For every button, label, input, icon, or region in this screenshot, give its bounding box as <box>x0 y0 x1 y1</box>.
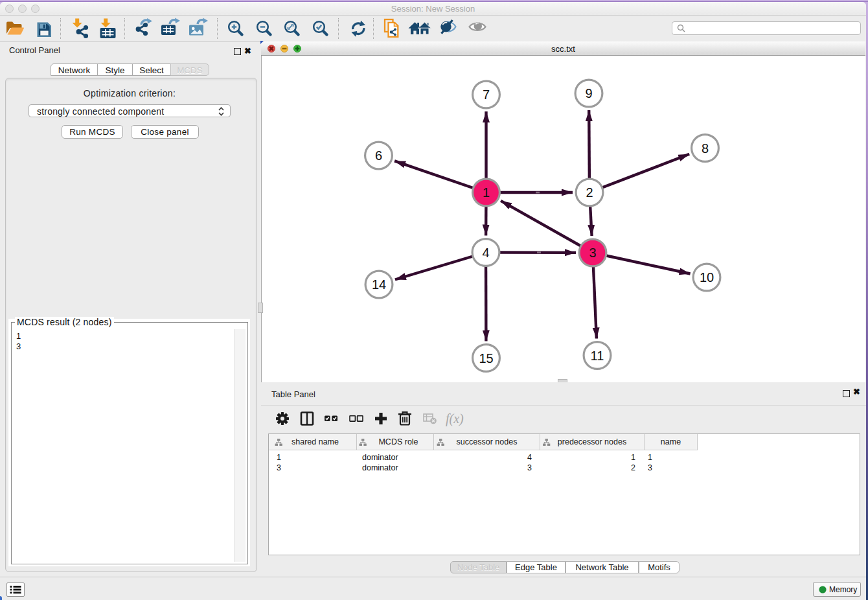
svg-text:15: 15 <box>479 351 493 365</box>
svg-text:4: 4 <box>482 246 489 260</box>
svg-text:6: 6 <box>375 148 382 163</box>
svg-text:2: 2 <box>586 185 593 200</box>
svg-text:10: 10 <box>700 270 714 284</box>
svg-text:9: 9 <box>585 86 592 100</box>
svg-text:1: 1 <box>483 185 490 200</box>
svg-text:8: 8 <box>702 141 709 156</box>
svg-text:3: 3 <box>589 246 596 260</box>
svg-text:14: 14 <box>372 277 386 292</box>
svg-text:11: 11 <box>591 349 604 363</box>
svg-text:7: 7 <box>483 87 490 102</box>
svg-text:f(x): f(x) <box>446 411 464 426</box>
